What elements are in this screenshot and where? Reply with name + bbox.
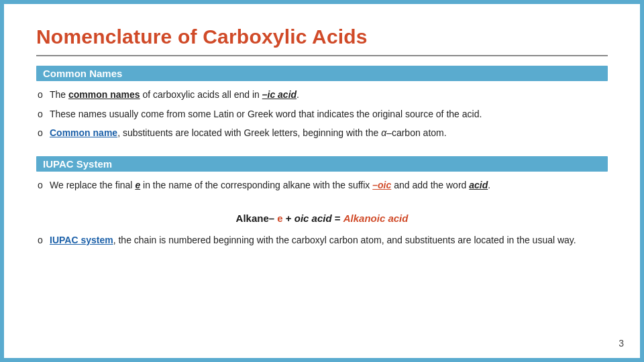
common-names-term: common names [68, 89, 140, 100]
bullet-text: These names usually come from some Latin… [50, 107, 482, 122]
bullet-text: The common names of carboxylic acids all… [50, 88, 299, 103]
slide-title: Nomenclature of Carboxylic Acids [36, 25, 608, 48]
ic-acid-term: –ic acid [262, 89, 297, 100]
formula-oic: oic acid [294, 213, 332, 224]
alpha-symbol: α [381, 127, 386, 138]
common-name-term: Common name [50, 127, 117, 138]
oic-term: –oic [372, 180, 391, 190]
slide: Nomenclature of Carboxylic Acids Common … [0, 0, 644, 362]
bullet-text: Common name, substituents are located wi… [50, 126, 447, 141]
formula-display: Alkane– e + oic acid = Alkanoic acid [36, 213, 608, 224]
iupac-system-term: IUPAC system [50, 235, 113, 245]
bullet-icon: o [38, 107, 43, 122]
bullet-icon: o [38, 178, 43, 193]
bullet-icon: o [38, 233, 43, 248]
e-term: e [135, 180, 140, 190]
formula-result: Alkanoic acid [343, 213, 409, 224]
common-names-list: o The common names of carboxylic acids a… [36, 88, 608, 145]
bullet-text: We replace the final e in the name of th… [50, 178, 490, 193]
list-item: o The common names of carboxylic acids a… [36, 88, 608, 103]
acid-term: acid [469, 180, 488, 190]
bullet-icon: o [38, 88, 43, 103]
list-item: o IUPAC system, the chain is numbered be… [36, 233, 608, 248]
divider [36, 55, 608, 56]
iupac-list: o We replace the final e in the name of … [36, 178, 608, 198]
iupac-list-2: o IUPAC system, the chain is numbered be… [36, 233, 608, 253]
section-header-iupac: IUPAC System [36, 156, 608, 172]
section-header-common-names: Common Names [36, 66, 608, 81]
list-item: o We replace the final e in the name of … [36, 178, 608, 193]
bullet-text: IUPAC system, the chain is numbered begi… [50, 233, 576, 248]
list-item: o These names usually come from some Lat… [36, 107, 608, 122]
formula-e: e [277, 213, 282, 224]
list-item: o Common name, substituents are located … [36, 126, 608, 141]
page-number: 3 [619, 338, 624, 349]
bullet-icon: o [38, 126, 43, 141]
